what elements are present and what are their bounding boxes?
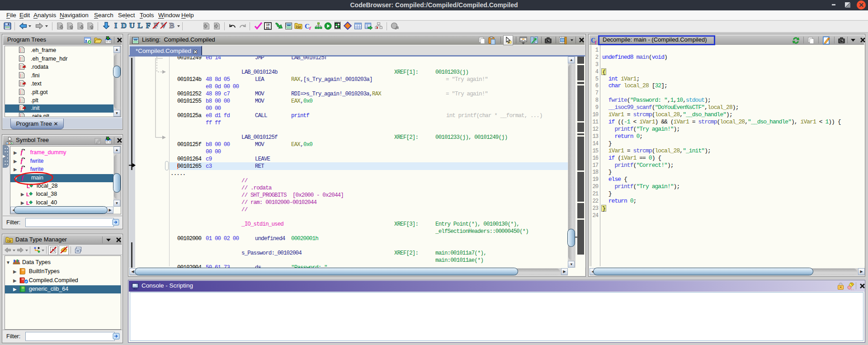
svg-text:01: 01 — [266, 27, 270, 30]
svg-text:I: I — [114, 22, 118, 30]
svg-text:F: F — [146, 22, 151, 30]
svg-text:f: f — [309, 25, 311, 30]
svg-text:f: f — [595, 40, 597, 44]
svg-text:D: D — [121, 22, 127, 30]
svg-text:L: L — [137, 22, 142, 30]
svg-text:B: B — [169, 22, 174, 30]
svg-text:DT: DT — [8, 239, 12, 242]
svg-text:U: U — [129, 22, 135, 30]
svg-text:DT: DT — [297, 25, 301, 28]
